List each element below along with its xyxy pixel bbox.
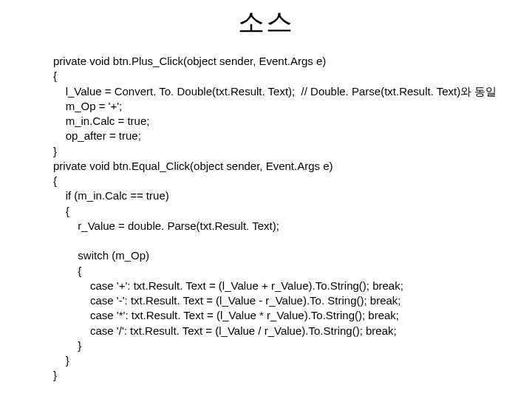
code-block: private void btn.Plus_Click(object sende… — [53, 54, 517, 383]
slide-title: 소스 — [0, 4, 532, 41]
